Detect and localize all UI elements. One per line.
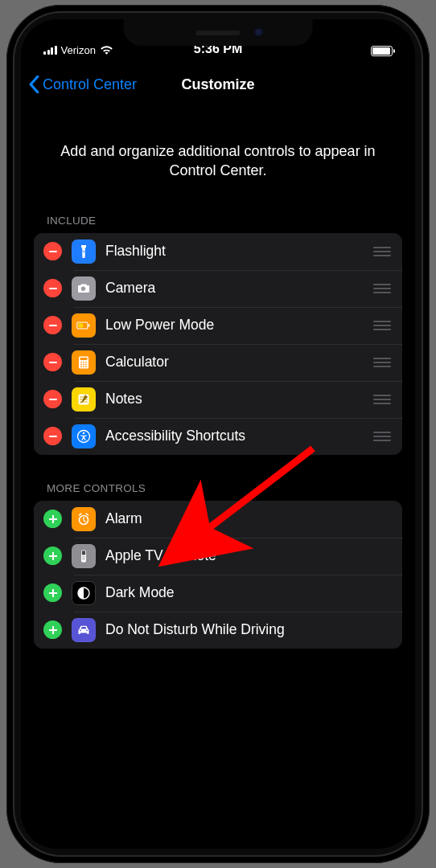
remove-button[interactable] xyxy=(43,427,62,445)
remove-button[interactable] xyxy=(43,390,62,408)
intro-text: Add and organize additional controls to … xyxy=(21,103,415,208)
svg-point-10 xyxy=(83,361,84,362)
drag-handle-icon[interactable] xyxy=(373,358,391,367)
section-header-include: INCLUDE xyxy=(34,208,402,233)
minus-icon xyxy=(48,247,58,256)
drag-handle-icon[interactable] xyxy=(373,247,391,256)
back-button[interactable]: Control Center xyxy=(29,76,137,93)
add-button[interactable] xyxy=(43,510,62,528)
low-power-icon xyxy=(72,313,96,338)
accessibility-icon xyxy=(72,424,96,448)
row-label: Flashlight xyxy=(105,243,373,260)
svg-rect-20 xyxy=(49,436,57,437)
svg-point-13 xyxy=(83,363,84,365)
plus-icon xyxy=(48,514,58,524)
svg-point-17 xyxy=(85,366,87,367)
row-dark-mode[interactable]: Dark Mode xyxy=(34,575,402,612)
carrier-label: Verizon xyxy=(61,44,96,56)
remove-button[interactable] xyxy=(43,353,62,371)
svg-rect-25 xyxy=(82,551,85,555)
row-label: Dark Mode xyxy=(105,584,391,601)
svg-point-14 xyxy=(85,363,87,365)
row-low-power-mode[interactable]: Low Power Mode xyxy=(34,307,402,344)
svg-rect-0 xyxy=(49,251,57,252)
battery-icon xyxy=(371,46,393,56)
row-label: Do Not Disturb While Driving xyxy=(105,621,391,638)
add-button[interactable] xyxy=(43,620,62,639)
minus-icon xyxy=(48,358,58,367)
section-header-more: MORE CONTROLS xyxy=(34,476,402,501)
nav-bar: Control Center Customize xyxy=(21,66,415,103)
drag-handle-icon[interactable] xyxy=(373,432,391,441)
row-label: Camera xyxy=(105,280,373,297)
svg-point-11 xyxy=(85,361,87,362)
remove-button[interactable] xyxy=(43,279,62,297)
row-label: Notes xyxy=(105,391,373,407)
signal-icon xyxy=(43,46,57,55)
row-label: Apple TV Remote xyxy=(105,547,391,564)
include-list: Flashlight Camera xyxy=(34,233,402,455)
row-label: Calculator xyxy=(105,354,373,371)
drag-handle-icon[interactable] xyxy=(373,321,391,330)
row-calculator[interactable]: Calculator xyxy=(34,344,402,381)
svg-point-16 xyxy=(83,366,84,367)
svg-point-9 xyxy=(80,361,82,362)
add-button[interactable] xyxy=(43,547,62,565)
page-title: Customize xyxy=(181,76,254,93)
row-accessibility-shortcuts[interactable]: Accessibility Shortcuts xyxy=(34,418,402,455)
minus-icon xyxy=(48,432,58,441)
svg-rect-18 xyxy=(49,399,57,400)
front-camera xyxy=(255,28,263,36)
plus-icon xyxy=(48,625,58,635)
svg-rect-2 xyxy=(49,325,57,326)
row-dnd-driving[interactable]: Do Not Disturb While Driving xyxy=(34,612,402,649)
svg-point-22 xyxy=(83,432,85,434)
svg-point-26 xyxy=(82,556,84,558)
svg-point-15 xyxy=(80,366,82,367)
row-alarm[interactable]: Alarm xyxy=(34,501,402,538)
minus-icon xyxy=(48,395,58,404)
svg-point-27 xyxy=(84,556,85,558)
drag-handle-icon[interactable] xyxy=(373,284,391,293)
row-flashlight[interactable]: Flashlight xyxy=(34,233,402,270)
notes-icon xyxy=(72,387,96,411)
svg-rect-1 xyxy=(49,288,57,289)
chevron-left-icon xyxy=(29,76,39,93)
camera-icon xyxy=(72,276,96,301)
wifi-icon xyxy=(100,45,113,55)
remote-icon xyxy=(72,544,96,568)
more-controls-list: Alarm Apple TV Remote xyxy=(34,501,402,649)
notch xyxy=(124,19,313,46)
svg-rect-6 xyxy=(49,362,57,363)
row-label: Alarm xyxy=(105,510,391,527)
minus-icon xyxy=(48,284,58,293)
row-camera[interactable]: Camera xyxy=(34,270,402,307)
speaker xyxy=(196,31,241,35)
dark-mode-icon xyxy=(72,581,96,605)
phone-frame: Verizon 5:36 PM Control Center Customize xyxy=(6,5,430,863)
drag-handle-icon[interactable] xyxy=(373,395,391,404)
car-icon xyxy=(72,618,96,642)
svg-point-28 xyxy=(82,558,84,559)
svg-rect-5 xyxy=(78,323,83,327)
minus-icon xyxy=(48,321,58,330)
add-button[interactable] xyxy=(43,583,62,602)
svg-point-29 xyxy=(84,558,85,559)
plus-icon xyxy=(48,551,58,561)
plus-icon xyxy=(48,588,58,598)
svg-rect-8 xyxy=(80,358,88,360)
flashlight-icon xyxy=(72,240,96,264)
svg-rect-4 xyxy=(88,324,90,326)
row-label: Low Power Mode xyxy=(105,317,373,334)
alarm-icon xyxy=(72,507,96,531)
remove-button[interactable] xyxy=(43,242,62,260)
remove-button[interactable] xyxy=(43,316,62,334)
back-label: Control Center xyxy=(43,76,137,93)
svg-point-12 xyxy=(80,363,82,365)
row-notes[interactable]: Notes xyxy=(34,381,402,418)
calculator-icon xyxy=(72,350,96,375)
row-label: Accessibility Shortcuts xyxy=(105,428,373,444)
row-apple-tv-remote[interactable]: Apple TV Remote xyxy=(34,538,402,575)
screen: Verizon 5:36 PM Control Center Customize xyxy=(21,19,415,849)
